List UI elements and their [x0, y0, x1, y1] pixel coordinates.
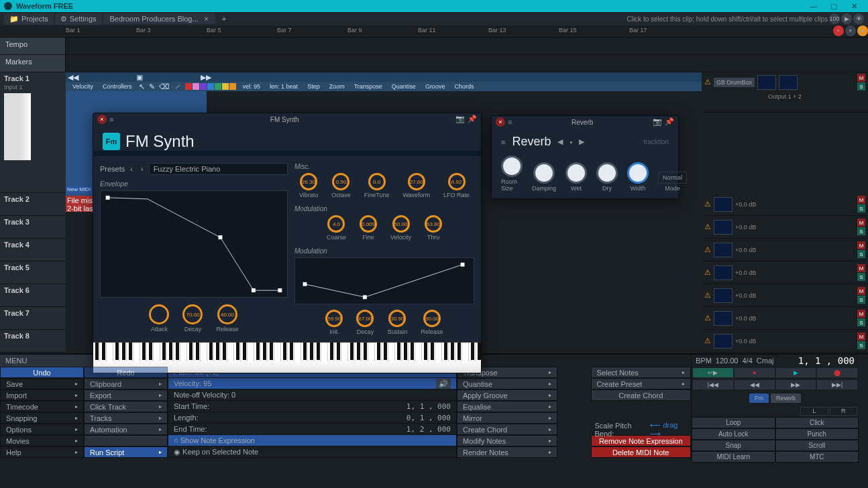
- velocity-field[interactable]: Velocity: 95🔊: [168, 378, 456, 389]
- preset-next-button[interactable]: ›: [138, 165, 146, 173]
- forward-button[interactable]: ▶▶: [776, 380, 816, 389]
- play-button[interactable]: ▶: [776, 368, 816, 377]
- export-menu[interactable]: Export▸: [84, 389, 168, 401]
- color-swatch[interactable]: [222, 83, 229, 90]
- next-preset-icon[interactable]: ▶: [579, 137, 584, 146]
- keep-selected-toggle[interactable]: ◉ Keep on Selected Note: [168, 446, 456, 458]
- help-menu[interactable]: Help▸: [0, 446, 84, 458]
- new-midi-clip[interactable]: New MIDI: [66, 186, 93, 193]
- modulation-graph[interactable]: [294, 257, 474, 304]
- automation-menu[interactable]: Automation▸: [84, 424, 168, 435]
- fm-chip[interactable]: Fm: [749, 393, 769, 403]
- marker-config-button[interactable]: ⚬: [845, 25, 856, 36]
- chords-tool[interactable]: Chords: [451, 83, 476, 90]
- create-preset-menu[interactable]: Create Preset▸: [591, 378, 692, 389]
- click-toggle[interactable]: Click: [775, 417, 859, 428]
- groove-tool[interactable]: Groove: [423, 83, 448, 90]
- track-mixer-row[interactable]: ⚠+0.0 dBMS: [702, 330, 868, 353]
- pin-icon[interactable]: 📌: [468, 115, 477, 124]
- reverb-window[interactable]: × ≡ Reverb 📷 📌 ≡ Reverb ◀ • ▶ tracktion …: [491, 115, 679, 199]
- mute-button[interactable]: M: [857, 196, 865, 204]
- tempo-lane[interactable]: [66, 38, 868, 54]
- punch-toggle[interactable]: Punch: [775, 428, 859, 440]
- redo-button[interactable]: Redo: [84, 367, 168, 378]
- controllers-tool[interactable]: Controllers: [100, 83, 135, 90]
- solo-button[interactable]: S: [857, 296, 865, 304]
- create-chord-button[interactable]: Create Chord: [591, 389, 692, 401]
- vibrato-knob[interactable]: 26.30Vibrato: [299, 173, 318, 198]
- timeline-ruler[interactable]: Bar 1 Bar 3 Bar 5 Bar 7 Bar 9 Bar 11 Bar…: [0, 25, 868, 38]
- track-mixer-row[interactable]: ⚠ +0.0 dB MS: [702, 193, 868, 216]
- track-mixer-row[interactable]: ⚠+0.0 dBMS: [702, 261, 868, 284]
- init-knob[interactable]: 59.90Init.: [325, 310, 343, 335]
- track-mixer-row[interactable]: ⚠+0.0 dBMS: [702, 216, 868, 239]
- mute-button[interactable]: M: [857, 310, 865, 318]
- snapshot-icon[interactable]: 📷: [653, 117, 662, 127]
- scroll-toggle[interactable]: Scroll: [775, 440, 859, 451]
- rewind-icon[interactable]: ◀◀: [68, 73, 78, 82]
- projects-button[interactable]: 📁 Projects: [4, 13, 54, 25]
- mute-button[interactable]: M: [857, 332, 865, 341]
- timesig-value[interactable]: 4/4: [743, 357, 753, 365]
- fine-knob[interactable]: 0.009Fine: [360, 215, 377, 241]
- scale-pitch-bend-row[interactable]: Scale Pitch Bend: ⟵ drag ⟶: [591, 424, 692, 435]
- decay2-knob[interactable]: 67.00Decay: [356, 310, 374, 335]
- marker-add-button[interactable]: +: [833, 25, 844, 36]
- velocity-tool[interactable]: Velocity: [70, 83, 96, 90]
- velocity-knob[interactable]: 50.00Velocity: [390, 215, 411, 241]
- mirror-menu[interactable]: Mirror▸: [457, 412, 557, 424]
- waveform-knob[interactable]: 27.60Waveform: [402, 173, 430, 198]
- solo-button[interactable]: S: [857, 227, 865, 235]
- toolbar-play-icon[interactable]: ▶: [841, 13, 852, 24]
- mode-selector[interactable]: NormalMode: [658, 172, 687, 192]
- render-notes-menu[interactable]: Render Notes▸: [457, 446, 557, 458]
- width-knob[interactable]: Width: [627, 162, 649, 192]
- timecode-menu[interactable]: Timecode▸: [0, 401, 84, 412]
- record-button[interactable]: ●: [735, 368, 775, 377]
- piano-roll-mini[interactable]: [4, 93, 31, 160]
- track-header-1[interactable]: Track 1 Input 1: [0, 72, 66, 193]
- color-swatch[interactable]: [200, 83, 207, 90]
- eraser-tool-icon[interactable]: ⌫: [159, 82, 170, 91]
- loop-toggle[interactable]: Loop: [692, 417, 775, 428]
- clipboard-menu[interactable]: Clipboard▸: [84, 378, 168, 389]
- drumbox-plugin-chip[interactable]: GB DrumBox: [714, 78, 755, 87]
- track-header-4[interactable]: Track 4: [0, 239, 66, 261]
- record-arm-button[interactable]: ⬤: [817, 368, 857, 377]
- show-expression-toggle[interactable]: ○ Show Note Expression: [168, 435, 456, 446]
- preset-dot-icon[interactable]: •: [569, 138, 572, 146]
- release2-knob[interactable]: 80.00Release: [421, 310, 443, 335]
- forward-icon[interactable]: ▶▶: [201, 73, 211, 82]
- tab-close-icon[interactable]: ×: [204, 15, 208, 23]
- snap-toggle[interactable]: Snap: [692, 440, 775, 451]
- preset-dropdown[interactable]: Fuzzy Electric Piano: [149, 163, 288, 175]
- track-mixer-row[interactable]: ⚠+0.0 dBMS: [702, 239, 868, 261]
- remove-note-expression-button[interactable]: Remove Note Expression: [591, 435, 692, 446]
- length-value[interactable]: len: 1 beat: [267, 83, 301, 90]
- color-swatch[interactable]: [229, 83, 236, 90]
- toolbar-visibility-icon[interactable]: 👁: [853, 13, 864, 24]
- import-menu[interactable]: Import▸: [0, 389, 84, 401]
- coarse-knob[interactable]: 4.0Coarse: [327, 215, 346, 241]
- solo-button[interactable]: S: [857, 204, 865, 212]
- color-swatch[interactable]: [215, 83, 221, 90]
- mute-button[interactable]: M: [857, 74, 865, 82]
- color-swatch[interactable]: [193, 83, 199, 90]
- marker-mode-button[interactable]: ●: [857, 25, 868, 36]
- starttime-field[interactable]: Start Time:1, 1 , 000: [168, 401, 456, 412]
- delete-midi-note-button[interactable]: Delete MIDI Note: [591, 446, 692, 458]
- mute-button[interactable]: M: [857, 264, 865, 272]
- mute-button[interactable]: M: [857, 241, 865, 249]
- attack-knob[interactable]: Attack: [149, 304, 169, 332]
- wet-knob[interactable]: Wet: [565, 162, 587, 192]
- prev-preset-icon[interactable]: ◀: [557, 137, 563, 146]
- minimize-button[interactable]: —: [804, 2, 824, 10]
- select-notes-menu[interactable]: Select Notes▸: [591, 367, 692, 378]
- options-menu[interactable]: Options▸: [0, 424, 84, 435]
- midilearn-toggle[interactable]: MIDI Learn: [692, 451, 775, 463]
- lforate-knob[interactable]: 6.92LFO Rate: [443, 173, 470, 198]
- solo-button[interactable]: S: [857, 273, 865, 281]
- track-header-8[interactable]: Track 8: [0, 330, 66, 353]
- apply-groove-menu[interactable]: Apply Groove▸: [457, 389, 557, 401]
- track-header-5[interactable]: Track 5: [0, 261, 66, 284]
